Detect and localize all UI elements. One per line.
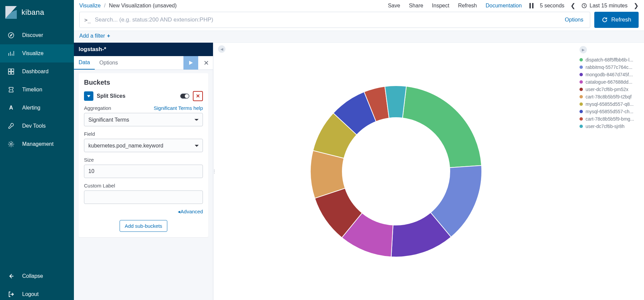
legend-label: mysql-65855d557-q8... — [586, 101, 634, 107]
sidebar-item-alerting[interactable]: A Alerting — [0, 99, 74, 117]
kibana-logo-icon — [5, 6, 17, 19]
svg-rect-3 — [11, 69, 14, 71]
legend-toggle-button[interactable]: ▶ — [579, 46, 587, 53]
editor-scroll[interactable]: Buckets Split Slices ✕ Aggregati — [74, 70, 213, 300]
time-prev-icon[interactable]: ❮ — [570, 2, 575, 9]
legend-item[interactable]: dispatch-68f5ffbb6b-l... — [579, 56, 641, 63]
sidebar-item-discover[interactable]: Discover — [0, 26, 74, 44]
breadcrumb-separator: / — [104, 3, 105, 9]
sidebar-collapse[interactable]: Collapse — [0, 267, 74, 285]
apply-changes-button[interactable] — [183, 56, 198, 70]
time-range[interactable]: Last 15 minutes — [582, 3, 628, 9]
legend-swatch — [579, 73, 583, 76]
legend-label: catalogue-667688dd... — [586, 79, 632, 85]
search-options-link[interactable]: Options — [565, 17, 585, 23]
field-select[interactable]: kubernetes.pod_name.keyword — [84, 139, 203, 152]
legend-item[interactable]: mysql-65855d557-q8... — [579, 100, 641, 108]
legend-swatch — [579, 88, 583, 91]
buckets-heading: Buckets — [84, 79, 203, 86]
donut-chart — [302, 77, 490, 265]
aggregation-select[interactable]: Significant Terms — [84, 113, 203, 126]
inspect-action[interactable]: Inspect — [432, 3, 449, 9]
chart-container — [215, 43, 577, 300]
legend-item[interactable]: cart-78c8b5b5f9-t2bqf — [579, 93, 641, 100]
advanced-toggle[interactable]: ◂Advanced — [84, 209, 203, 215]
aggregation-label: Aggregation — [84, 105, 111, 111]
sidebar-item-dashboard[interactable]: Dashboard — [0, 62, 74, 81]
aggregation-help-link[interactable]: Significant Terms help — [154, 105, 203, 111]
refresh-action[interactable]: Refresh — [458, 3, 477, 9]
tab-options[interactable]: Options — [95, 56, 123, 69]
arrow-left-icon — [7, 272, 15, 280]
custom-label-field: Custom Label — [84, 183, 203, 204]
enable-toggle[interactable] — [180, 93, 189, 99]
donut-slice[interactable] — [402, 86, 481, 168]
size-label: Size — [84, 157, 94, 163]
svg-rect-2 — [8, 69, 11, 71]
search-input[interactable] — [95, 16, 561, 23]
legend-item[interactable]: mongodb-8467d745f... — [579, 71, 641, 78]
legend-item[interactable]: catalogue-667688dd... — [579, 78, 641, 86]
legend-item[interactable]: user-dc7cf6b-sjr8h — [579, 123, 641, 130]
logo[interactable]: kibana — [0, 0, 74, 26]
time-next-icon[interactable]: ❯ — [634, 2, 639, 9]
sidebar-item-management[interactable]: Management — [0, 135, 74, 153]
wrench-icon — [7, 122, 15, 130]
custom-label-input[interactable] — [84, 190, 203, 204]
remove-bucket-button[interactable]: ✕ — [193, 91, 203, 101]
search-row: >_ Options Refresh — [74, 10, 644, 31]
legend-item[interactable]: rabbitmq-5577c764c... — [579, 63, 641, 71]
chevron-right-icon: ▶ — [582, 48, 585, 52]
aggregation-field: Aggregation Significant Terms help Signi… — [84, 105, 203, 126]
split-slices-label: Split Slices — [97, 93, 177, 99]
refresh-interval[interactable]: 5 seconds — [540, 3, 564, 9]
close-icon — [204, 61, 208, 65]
legend-item[interactable]: cart-78c8b5b5f9-bmg... — [579, 115, 641, 123]
timelion-icon — [7, 86, 15, 93]
legend-label: mongodb-8467d745f... — [586, 72, 633, 77]
pause-icon[interactable] — [529, 3, 534, 8]
legend-label: user-dc7cf6b-pm52x — [586, 87, 629, 92]
legend-item[interactable]: mysql-65855d557-ch... — [579, 108, 641, 115]
size-input[interactable] — [84, 165, 203, 178]
add-filter-button[interactable]: Add a filter + — [79, 33, 110, 39]
sidebar: kibana Discover Visualize Dashboard Time… — [0, 0, 74, 300]
legend-label: mysql-65855d557-ch... — [586, 109, 633, 114]
filter-bar: Add a filter + — [74, 31, 644, 43]
legend-label: rabbitmq-5577c764c... — [586, 65, 632, 70]
legend-item[interactable]: user-dc7cf6b-pm52x — [579, 86, 641, 93]
refresh-button[interactable]: Refresh — [594, 12, 639, 28]
svg-rect-7 — [529, 3, 531, 8]
discard-changes-button[interactable] — [200, 56, 213, 70]
legend-swatch — [579, 58, 583, 61]
split-slices-header: Split Slices ✕ — [84, 91, 203, 101]
sidebar-item-visualize[interactable]: Visualize — [0, 44, 74, 62]
sidebar-item-label: Alerting — [22, 105, 40, 111]
legend-swatch — [579, 66, 583, 69]
custom-label-label: Custom Label — [84, 183, 115, 188]
donut-slice[interactable] — [385, 86, 406, 118]
sidebar-item-timelion[interactable]: Timelion — [0, 81, 74, 99]
share-action[interactable]: Share — [409, 3, 423, 9]
documentation-link[interactable]: Documentation — [485, 3, 522, 9]
legend: ▶ dispatch-68f5ffbb6b-l...rabbitmq-5577c… — [577, 43, 644, 300]
editor-tabs: Data Options — [74, 56, 213, 70]
tab-data[interactable]: Data — [74, 56, 95, 70]
top-actions: Save Share Inspect Refresh Documentation — [388, 3, 522, 9]
collapse-editor-button[interactable]: ◀ — [218, 45, 225, 53]
add-sub-buckets-button[interactable]: Add sub-buckets — [120, 220, 167, 232]
chevron-down-icon — [87, 94, 91, 98]
sidebar-item-label: Logout — [22, 291, 39, 297]
legend-swatch — [579, 80, 583, 84]
sidebar-item-label: Discover — [22, 32, 43, 38]
collapse-toggle[interactable] — [84, 91, 93, 101]
legend-label: cart-78c8b5b5f9-t2bqf — [586, 94, 632, 99]
legend-swatch — [579, 95, 583, 98]
sidebar-item-dev-tools[interactable]: Dev Tools — [0, 117, 74, 135]
body: logstash-* Data Options Buckets — [74, 43, 644, 300]
visualization-area: ◀ ▶ dispatch-68f5ffbb6b-l...rabbitmq-557… — [215, 43, 644, 300]
sidebar-logout[interactable]: Logout — [0, 285, 74, 300]
save-action[interactable]: Save — [388, 3, 400, 9]
breadcrumb-root[interactable]: Visualize — [79, 3, 101, 9]
legend-label: user-dc7cf6b-sjr8h — [586, 124, 625, 129]
